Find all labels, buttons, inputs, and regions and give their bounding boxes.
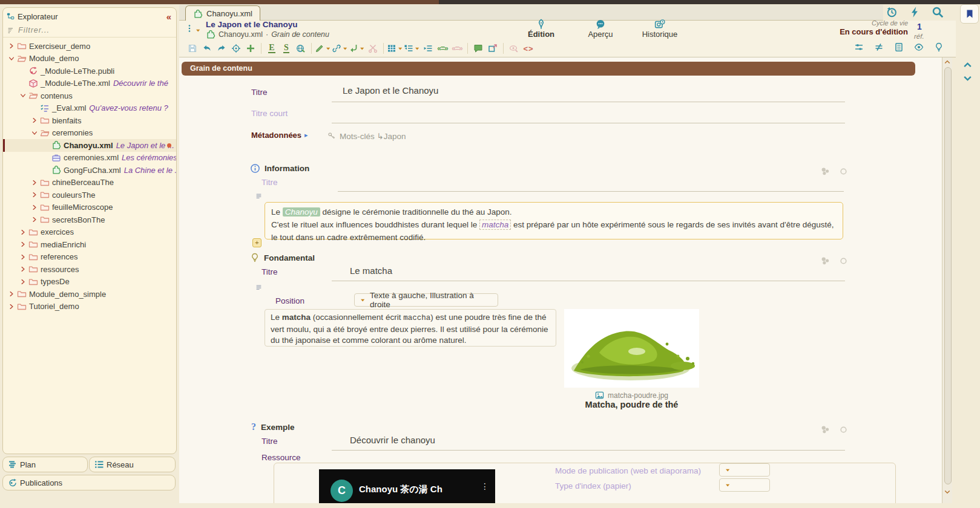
scroll-up-icon[interactable] xyxy=(944,59,951,66)
view-tab-aperu[interactable]: Aperçu xyxy=(577,18,623,42)
richtext-paragraph[interactable]: Le matcha (occasionnellement écrit macch… xyxy=(271,312,550,347)
fond-titre-field[interactable]: Le matcha xyxy=(350,265,392,276)
vertical-scrollbar[interactable] xyxy=(942,57,952,503)
view-tab-historique[interactable]: Historique xyxy=(637,18,683,42)
molecule-icon[interactable] xyxy=(820,255,830,266)
chevron-right-icon[interactable] xyxy=(18,278,27,285)
preview-eye-icon[interactable] xyxy=(912,41,926,54)
toolbar-source-code-button[interactable]: <> xyxy=(521,41,536,56)
tree-item-_Module-LeThe.xml[interactable]: _Module-LeThe.xmlDécouvrir le thé xyxy=(3,77,176,90)
chevron-right-icon[interactable] xyxy=(7,303,16,310)
molecule-icon[interactable] xyxy=(820,424,830,435)
toolbar-add-button[interactable] xyxy=(243,41,258,56)
bookmark-button[interactable] xyxy=(960,4,979,24)
information-richtext[interactable]: Le Chanoyu désigne le cérémonie traditio… xyxy=(265,202,843,239)
circle-icon[interactable] xyxy=(839,256,848,265)
tree-item-references[interactable]: references xyxy=(3,251,176,264)
tree-item-exercices[interactable]: exercices xyxy=(3,226,176,239)
tree-item-Chanoyu.xml[interactable]: Chanoyu.xmlLe Japon et le ... xyxy=(3,139,176,152)
compare-sliders-icon[interactable] xyxy=(852,41,866,54)
chevron-right-icon[interactable] xyxy=(7,290,16,298)
tree-item-secretsBonThe[interactable]: secretsBonThe xyxy=(3,213,176,226)
chevron-up-icon[interactable] xyxy=(962,60,973,70)
molecule-icon[interactable] xyxy=(820,166,830,177)
toolbar-link-button[interactable] xyxy=(332,41,349,56)
video-thumbnail[interactable]: C Chanoyu 茶の湯 Ch ⋮ xyxy=(319,469,495,503)
chevron-right-icon[interactable] xyxy=(30,179,39,186)
plan-button[interactable]: Plan xyxy=(2,457,88,472)
chevron-right-icon[interactable] xyxy=(7,42,16,50)
tree-item-contenus[interactable]: contenus xyxy=(3,90,176,102)
toolbar-comment-button[interactable] xyxy=(471,41,485,56)
scrollbar-thumb[interactable] xyxy=(944,67,952,484)
tree-item-couleursThe[interactable]: couleursThe xyxy=(3,189,176,201)
lightbulb-icon[interactable] xyxy=(932,41,945,54)
history-clock-icon[interactable] xyxy=(885,5,898,19)
filter-input[interactable]: Filtrer... xyxy=(3,24,176,37)
publication-mode-dropdown[interactable] xyxy=(719,463,770,477)
tree-item-_Module-LeThe.publi[interactable]: _Module-LeThe.publi xyxy=(3,65,176,77)
titre-field[interactable]: Le Japon et le Chanoyu xyxy=(343,85,438,96)
keywords-summary[interactable]: Mots-clés ↳Japon xyxy=(327,131,406,141)
search-icon[interactable] xyxy=(931,5,944,19)
toolbar-quote-shift-button[interactable]: «=» xyxy=(435,41,450,56)
lifecycle-status[interactable]: En cours d'édition xyxy=(799,27,908,36)
toolbar-redo-button[interactable] xyxy=(214,41,229,56)
concept-highlight[interactable]: Chanoyu xyxy=(283,207,320,217)
chevron-right-icon[interactable] xyxy=(30,117,39,124)
chevron-down-icon[interactable] xyxy=(7,55,16,62)
circle-icon[interactable] xyxy=(839,425,848,434)
chevron-right-icon[interactable] xyxy=(30,191,39,198)
section-exemple-header[interactable]: ? Exemple xyxy=(251,422,295,432)
collapse-sidebar-button[interactable]: « xyxy=(166,11,171,22)
toolbar-undo-button[interactable] xyxy=(200,41,214,56)
view-tab-dition[interactable]: Édition xyxy=(518,18,564,42)
tree-item-mediaEnrichi[interactable]: mediaEnrichi xyxy=(3,238,176,251)
tree-item-typesDe[interactable]: typesDe xyxy=(3,276,176,288)
chevron-right-icon[interactable] xyxy=(18,241,27,248)
not-equal-icon[interactable] xyxy=(872,41,886,54)
tree-item-Module_demo_simple[interactable]: Module_demo_simple xyxy=(3,288,176,301)
tree-item-_Eval.xml[interactable]: _Eval.xmlQu'avez-vous retenu ? xyxy=(3,102,176,115)
toolbar-outdent-button[interactable] xyxy=(421,41,435,56)
ref-count[interactable]: 1 xyxy=(917,22,922,31)
chevron-down-icon[interactable] xyxy=(962,73,973,83)
doc-list-icon[interactable] xyxy=(892,41,906,54)
tree-item-bienfaits[interactable]: bienfaits xyxy=(3,114,176,127)
chevron-right-icon[interactable] xyxy=(18,253,27,261)
richtext-paragraph[interactable]: Le Chanoyu désigne le cérémonie traditio… xyxy=(271,206,837,218)
chevron-down-icon[interactable] xyxy=(30,129,39,137)
publications-button[interactable]: Publications xyxy=(2,475,176,490)
tree-item-ressources[interactable]: ressources xyxy=(3,263,176,276)
chevron-right-icon[interactable] xyxy=(30,216,39,223)
chevron-right-icon[interactable] xyxy=(18,229,27,236)
toolbar-target-button[interactable] xyxy=(229,41,243,56)
chevron-right-icon[interactable] xyxy=(18,265,27,273)
term-reference[interactable]: matcha xyxy=(479,220,511,230)
image-filename-row[interactable]: matcha-poudre.jpg xyxy=(542,391,721,400)
chevron-down-icon[interactable] xyxy=(18,92,27,99)
fondamental-richtext[interactable]: Le matcha (occasionnellement écrit macch… xyxy=(265,309,556,347)
tree-item-feuilleMicroscope[interactable]: feuilleMicroscope xyxy=(3,201,176,214)
richtext-paragraph[interactable]: C'est le rituel aux influences bouddhist… xyxy=(271,218,837,244)
circle-icon[interactable] xyxy=(839,167,848,176)
scroll-down-icon[interactable] xyxy=(944,488,951,495)
tree-item-GongFuCha.xml[interactable]: GongFuCha.xmlLa Chine et le ... xyxy=(3,164,176,177)
ex-titre-field[interactable]: Découvrir le chanoyu xyxy=(350,435,435,445)
reseau-button[interactable]: Réseau xyxy=(89,457,176,472)
tree-item-Tutoriel_demo[interactable]: Tutoriel_demo xyxy=(3,301,176,313)
position-dropdown[interactable]: Texte à gauche, Illustration à droite xyxy=(354,293,498,307)
toolbar-list-indent-button[interactable] xyxy=(404,41,421,56)
toolbar-emphasis-button[interactable]: E xyxy=(265,41,279,56)
matcha-image[interactable] xyxy=(564,309,699,388)
index-type-dropdown[interactable] xyxy=(719,478,770,492)
section-information-header[interactable]: Information xyxy=(250,163,309,174)
tree-item-ceremonies[interactable]: ceremonies xyxy=(3,127,176,140)
tree-item-Exerciseur_demo[interactable]: Exerciseur_demo xyxy=(3,40,176,53)
tab-chanoyu[interactable]: Chanoyu.xml xyxy=(185,5,260,21)
tree-item-ceremonies.xml[interactable]: ceremonies.xmlLes cérémonies... xyxy=(3,152,176,164)
toolbar-pencil-button[interactable] xyxy=(315,41,332,56)
tree-item-Module_demo[interactable]: Module_demo xyxy=(3,53,176,65)
toolbar-table-button[interactable] xyxy=(387,41,404,56)
lightning-icon[interactable] xyxy=(908,5,921,19)
